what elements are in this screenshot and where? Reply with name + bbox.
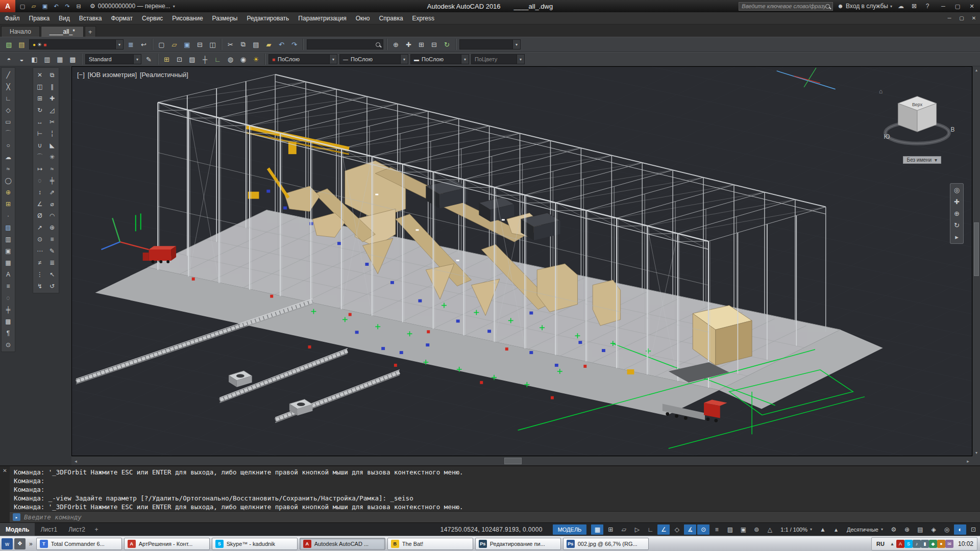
taskbar-artresheniya[interactable]: ААртРешения - Конт...	[124, 538, 210, 550]
tolerance-icon[interactable]: ⊕	[46, 221, 58, 233]
rotate-icon[interactable]: ↻	[34, 104, 46, 116]
extend-icon[interactable]: ⊢	[34, 128, 46, 139]
undo-toolbar-icon[interactable]: ↶	[275, 38, 288, 51]
divide-icon[interactable]: ◌	[2, 292, 14, 304]
visual-style-control[interactable]: [Реалистичный]	[140, 71, 188, 79]
spline-icon[interactable]: ≈	[2, 163, 14, 174]
annotation-monitor-icon[interactable]: ⊕	[901, 524, 913, 535]
center-mark-icon[interactable]: ⊙	[34, 233, 46, 245]
menu-item-9[interactable]: Редактировать	[242, 12, 293, 24]
find-text-input[interactable]	[307, 39, 383, 49]
dim-linear-icon[interactable]: ↕	[34, 186, 46, 198]
stretch-icon[interactable]: ↔	[34, 116, 46, 128]
annotation-scale-combo[interactable]: 1:1 / 100% ▾	[776, 527, 816, 533]
tray-autocad-icon[interactable]: A	[896, 540, 904, 548]
taskbar-photoshop-doc[interactable]: Ps002.jpg @ 66,7% (RG...	[563, 538, 649, 550]
layout1-tab[interactable]: Лист1	[35, 523, 63, 536]
minimize-button[interactable]: ─	[936, 1, 950, 12]
properties-palette-icon[interactable]: ▥	[41, 53, 54, 65]
region-icon[interactable]: ▣	[2, 245, 14, 257]
vertical-scrollbar[interactable]: ▴ ▾	[972, 66, 980, 456]
horizontal-scroll-thumb[interactable]	[504, 458, 522, 464]
ucs-icon[interactable]: ∟	[211, 53, 224, 65]
table-icon[interactable]: ▦	[2, 257, 14, 268]
dim-style-icon[interactable]: ✎	[46, 245, 58, 257]
horizontal-scroll-track[interactable]	[80, 457, 964, 465]
clock[interactable]: 10:02	[956, 540, 973, 547]
menu-item-8[interactable]: Размеры	[208, 12, 242, 24]
save-toolbar-icon[interactable]: ▣	[181, 38, 193, 51]
designcenter-icon[interactable]: ▦	[54, 53, 66, 65]
plot-style-combo[interactable]: ПоЦвету▾	[471, 54, 525, 64]
dim-jogged-icon[interactable]: ↯	[34, 280, 46, 292]
menu-item-12[interactable]: Справка	[375, 12, 408, 24]
create-block-icon[interactable]: ⊞	[2, 198, 14, 210]
quick-properties-icon[interactable]: ▤	[914, 524, 926, 535]
vertical-scroll-thumb[interactable]	[974, 222, 979, 276]
menu-item-11[interactable]: Окно	[351, 12, 375, 24]
object-snap-icon[interactable]: ⊙	[697, 524, 709, 535]
explorer-quicklaunch-icon[interactable]: ❖	[14, 538, 26, 549]
offset-icon[interactable]: ∥	[46, 81, 58, 92]
layer-previous-icon[interactable]: ↩	[137, 38, 150, 51]
3d-model-view[interactable]: ВерхЮВ⌂	[72, 67, 972, 456]
grid-display-icon[interactable]: ▦	[591, 524, 603, 535]
gradient-icon[interactable]: ▥	[2, 233, 14, 245]
rectangle-icon[interactable]: ▭	[2, 116, 14, 128]
command-input-row[interactable]: ▸ Введите команду	[10, 511, 980, 522]
dim-angular-icon[interactable]: ∠	[34, 198, 46, 210]
3d-object-snap-icon[interactable]: ⊚	[750, 524, 763, 535]
dim-space-icon[interactable]: ≣	[46, 257, 58, 268]
hatch-icon[interactable]: ▨	[2, 221, 14, 233]
hidden-icons-icon[interactable]: ▴	[888, 540, 896, 548]
command-window[interactable]: ✕ Команда: '_3DFOrbit Нажмите ESC или EN…	[0, 465, 980, 522]
clean-screen-icon[interactable]: ⊡	[967, 524, 979, 535]
plot-icon[interactable]: ⊟	[74, 2, 84, 11]
taskbar-thebat[interactable]: BThe Bat!	[387, 538, 473, 550]
text-style-combo[interactable]: Standard▾	[85, 54, 141, 64]
mleader-icon[interactable]: ↖	[46, 268, 58, 280]
layer-translucency-icon[interactable]: ▧	[3, 38, 15, 51]
qnew-toolbar-icon[interactable]: ▢	[155, 38, 168, 51]
object-snap-tracking-icon[interactable]: ∡	[684, 524, 696, 535]
menu-item-5[interactable]: Формат	[106, 12, 137, 24]
menu-item-3[interactable]: Вид	[54, 12, 75, 24]
scroll-up-arrow[interactable]: ▴	[975, 66, 977, 73]
pan-icon[interactable]: ✚	[402, 38, 415, 51]
tray-network-icon[interactable]: ▮	[921, 540, 929, 548]
close-button[interactable]: ✕	[965, 1, 979, 12]
blend-icon[interactable]: ≈	[46, 163, 58, 174]
copy-icon[interactable]: ⧉	[46, 69, 58, 81]
revision-cloud-icon[interactable]: ☁	[2, 151, 14, 163]
layer-state-manager-icon[interactable]: ▤	[15, 38, 28, 51]
zoom-previous-icon[interactable]: ⊟	[428, 38, 440, 51]
cut-icon[interactable]: ✂	[224, 38, 237, 51]
units-combo[interactable]: Десятичные ▾	[843, 527, 887, 533]
insert-block-icon[interactable]: ⊕	[2, 186, 14, 198]
circle-icon[interactable]: ○	[2, 139, 14, 151]
navigation-bar[interactable]: ◎✚⊕↻▸	[950, 183, 964, 244]
start-tab[interactable]: Начало	[1, 26, 40, 37]
scroll-left-arrow[interactable]: ◂	[71, 457, 80, 465]
paste-icon[interactable]: ▤	[250, 38, 262, 51]
trim-icon[interactable]: ✂	[46, 116, 58, 128]
exchange-apps-icon[interactable]: ⊠	[910, 3, 919, 10]
dim-arc-length-icon[interactable]: ◠	[46, 210, 58, 221]
draworder-back-icon[interactable]: ◒	[15, 53, 28, 65]
model-tab[interactable]: Модель	[0, 523, 35, 536]
language-indicator[interactable]: RU	[875, 541, 886, 547]
graphics-performance-icon[interactable]: ◐	[954, 524, 966, 535]
maximize-button[interactable]: ▢	[950, 1, 965, 12]
taskbar-total-commander[interactable]: TTotal Commander 6...	[36, 538, 122, 550]
mtext-icon[interactable]: A	[2, 268, 14, 280]
workspace-dropdown[interactable]: ⚙ 00000000000 — перене... ▾	[86, 3, 179, 10]
dynamic-input-icon[interactable]: ▷	[631, 524, 643, 535]
redo-toolbar-icon[interactable]: ↷	[288, 38, 301, 51]
divide-modify-icon[interactable]: ◌	[34, 174, 46, 186]
array-icon[interactable]: ⊞	[34, 92, 46, 104]
dim-update-icon[interactable]: ↺	[46, 280, 58, 292]
orbit-icon[interactable]: ↻	[440, 38, 453, 51]
menu-item-7[interactable]: Рисование	[167, 12, 207, 24]
command-close-icon[interactable]: ✕	[3, 468, 7, 473]
linetype-combo[interactable]: —ПоСлою▾	[339, 54, 408, 64]
